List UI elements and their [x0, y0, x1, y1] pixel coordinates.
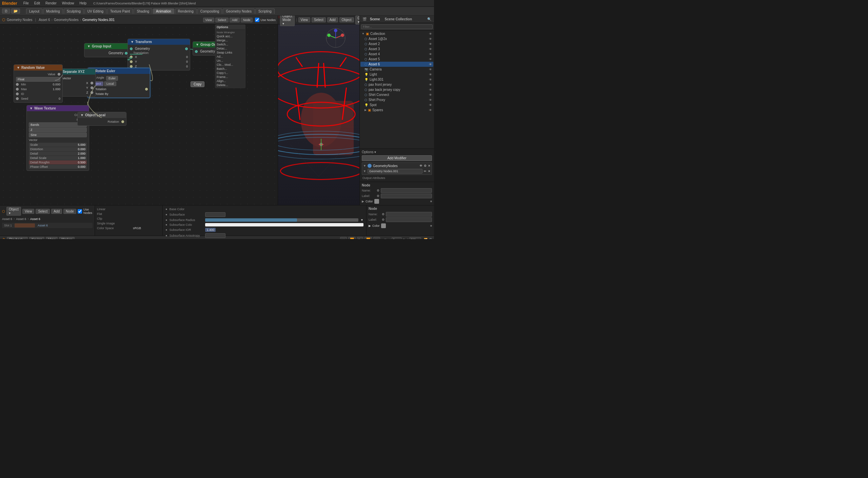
pax-front-eye[interactable]: 👁	[429, 83, 432, 86]
vp-global-toggle[interactable]: Global ▾	[355, 16, 359, 24]
vp-add-menu[interactable]: Add	[327, 17, 338, 22]
obj-geonodes-bc[interactable]: Asset 6	[16, 217, 26, 221]
ws-uv-editing[interactable]: UV Editing	[84, 8, 106, 14]
scene-item-asset5[interactable]: ⬡ Asset 5 👁	[360, 57, 433, 62]
viewport-3d[interactable]: Object Mode ▾ | View Select Add Object G…	[278, 16, 359, 205]
ne-select-btn[interactable]: Select	[215, 18, 229, 22]
tl-view-btn[interactable]: View	[46, 237, 58, 239]
ne-use-nodes-checkbox[interactable]	[255, 18, 259, 22]
scene-item-spot[interactable]: 💡 Spot 👁	[360, 102, 433, 107]
wt-direction-dropdown[interactable]: Z	[29, 127, 87, 132]
scene-item-camera[interactable]: 📷 Camera 👁	[360, 67, 433, 72]
menu-file[interactable]: File	[22, 1, 30, 5]
tl-play-btn[interactable]: ▶	[357, 237, 363, 239]
copy-button[interactable]: Copy	[191, 81, 204, 87]
node-rotate-euler[interactable]: ▼ Rotate Euler Axis Angle Euler Object L…	[87, 68, 150, 98]
add-modifier-btn[interactable]: Add Modifier	[362, 155, 432, 161]
obj-view-btn[interactable]: View	[22, 209, 35, 214]
menu-edit[interactable]: Edit	[33, 1, 41, 5]
modifier-settings[interactable]: ⚙	[424, 164, 427, 167]
gi-collapse[interactable]: ▼	[87, 44, 91, 48]
shirt-connect-eye[interactable]: 👁	[429, 93, 432, 97]
menu-help[interactable]: Help	[78, 1, 88, 5]
mat-ssr-expand[interactable]: ▼	[360, 218, 363, 222]
n-panel-detach[interactable]: Detac...	[216, 46, 244, 51]
light001-eye[interactable]: 👁	[429, 78, 432, 81]
wt-scale-val[interactable]: 5.000	[78, 143, 85, 146]
asset6-eye[interactable]: 👁	[429, 63, 432, 66]
wt-detail-val[interactable]: 2.000	[78, 152, 85, 155]
node-group-input[interactable]: ▼ Group Input Geometry	[84, 43, 130, 57]
scene-filter-input[interactable]	[361, 24, 433, 29]
ne-node-btn[interactable]: Node	[241, 18, 253, 22]
node-right-color-swatch[interactable]	[381, 223, 386, 228]
mat-ss-input[interactable]: 0.000	[205, 212, 225, 217]
tl-prev-btn[interactable]: ⏪	[348, 237, 356, 239]
scene-item-asset1[interactable]: ⬡ Asset 1@2x 👁	[360, 36, 433, 41]
vp-select-menu[interactable]: Select	[312, 17, 326, 22]
light-eye[interactable]: 👁	[429, 73, 432, 76]
menu-window[interactable]: Window	[61, 1, 76, 5]
open-file-btn[interactable]: 📂	[11, 8, 20, 14]
spot-eye[interactable]: 👁	[429, 103, 432, 107]
scene-item-asset3[interactable]: ⬡ Asset 3 👁	[360, 46, 433, 52]
ws-rendering[interactable]: Rendering	[175, 8, 197, 14]
tl-end-input[interactable]	[409, 237, 421, 239]
vp-object-menu[interactable]: Object	[339, 17, 354, 22]
asset4-eye[interactable]: 👁	[429, 53, 432, 56]
ws-modeling[interactable]: Modeling	[43, 8, 63, 14]
scene-item-pax-back[interactable]: ⬡ pax back jersey copy 👁	[360, 87, 433, 92]
obj-add-btn[interactable]: Add	[51, 209, 62, 214]
wt-collapse[interactable]: ▼	[29, 106, 33, 110]
nodes-edit-btn[interactable]: ✏	[424, 170, 427, 173]
output-attributes[interactable]: Output Attributes	[362, 176, 432, 180]
n-panel-swaplinks[interactable]: Swap Links	[216, 51, 244, 55]
ws-scripting[interactable]: Scripting	[255, 8, 275, 14]
node-name-input[interactable]: Material Output	[381, 188, 432, 193]
ws-sculpting[interactable]: Sculpting	[64, 8, 84, 14]
n-panel-ad[interactable]: Ad...	[216, 55, 244, 59]
n-panel-copyt[interactable]: Copy t...	[216, 71, 244, 75]
ne-view-btn[interactable]: View	[203, 18, 214, 22]
scene-item-asset2[interactable]: ⬡ Asset 2 👁	[360, 41, 433, 46]
nodes-file-input[interactable]	[368, 169, 422, 174]
node-label-input[interactable]	[381, 194, 432, 198]
tl-start-input[interactable]	[392, 237, 402, 239]
ne-asset6-breadcrumb[interactable]: Asset 6	[39, 18, 50, 22]
n-panel-switch[interactable]: Switch...	[216, 42, 244, 46]
collection-eye[interactable]: 👁	[429, 32, 432, 36]
vp-view-menu[interactable]: View	[298, 17, 311, 22]
asset1-eye[interactable]: 👁	[429, 37, 432, 41]
obj-asset6-3-bc[interactable]: Asset 6	[30, 217, 40, 221]
wt-phase-val[interactable]: 0.000	[78, 165, 85, 168]
scene-item-pax-front[interactable]: ⬡ pax front jersey 👁	[360, 82, 433, 87]
ws-layout[interactable]: Layout	[26, 8, 42, 14]
obj-select-btn[interactable]: Select	[36, 209, 50, 214]
tl-audio-btn[interactable]: 🔊	[428, 238, 432, 239]
oi-collapse[interactable]: ▼	[80, 113, 84, 117]
node-right-label-input[interactable]	[386, 217, 432, 222]
node-object-info[interactable]: ▼ Object Local Rotation	[77, 112, 126, 126]
n-panel-clomod[interactable]: Clo... Mod...	[216, 63, 244, 67]
node-transform[interactable]: ▼ Transform Geometry Translation: X 0	[127, 39, 190, 71]
ws-animation[interactable]: Animation	[153, 8, 174, 14]
modifier-close[interactable]: ✕	[428, 164, 431, 167]
asset5-eye[interactable]: 👁	[429, 58, 432, 61]
rv-type-dropdown[interactable]: Float	[16, 77, 60, 82]
mat-ssa-input[interactable]: 0.000	[205, 233, 225, 238]
shirt-proxy-eye[interactable]: 👁	[429, 98, 432, 102]
re-euler-btn[interactable]: Euler	[106, 76, 118, 81]
wt-dscale-val[interactable]: 1.000	[78, 156, 85, 160]
node-color-collapse[interactable]: ▶	[362, 200, 364, 203]
tl-end-btn[interactable]: ⏭	[373, 237, 380, 239]
n-panel-merge[interactable]: Merge...	[216, 38, 244, 42]
spares-eye[interactable]: 👁	[429, 108, 432, 112]
navigation-gizmo[interactable]	[326, 28, 346, 48]
ws-texture-paint[interactable]: Texture Paint	[107, 8, 133, 14]
node-right-name-input[interactable]: Material Output	[386, 212, 432, 217]
re-local-btn[interactable]: Local	[104, 81, 116, 86]
asset2-eye[interactable]: 👁	[429, 42, 432, 46]
scene-search-btn[interactable]: 🔍	[427, 17, 431, 21]
scene-item-spares[interactable]: ▶ ▣ Spares 👁	[360, 107, 433, 113]
tl-keying-btn[interactable]: Keying	[29, 237, 44, 239]
